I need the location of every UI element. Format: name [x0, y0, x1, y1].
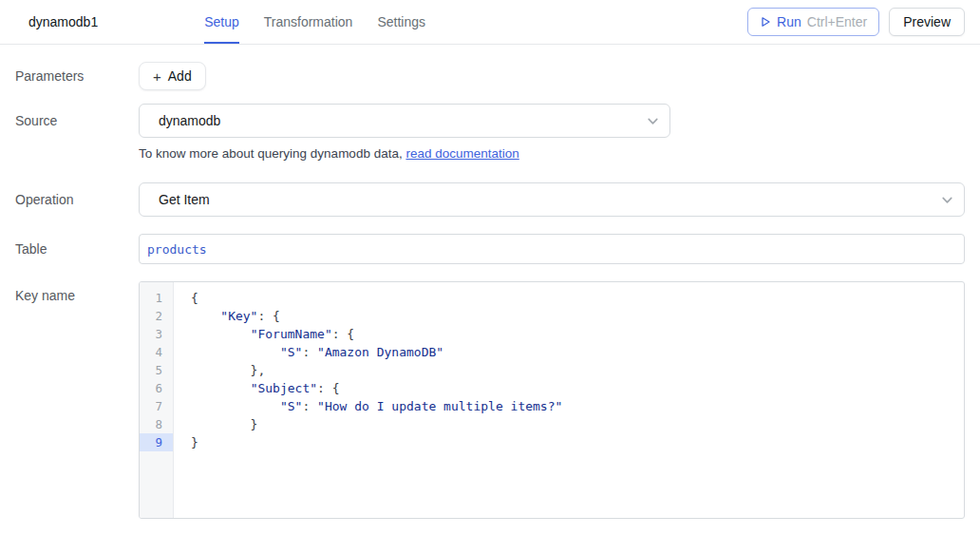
table-input[interactable]: [139, 234, 965, 264]
table-row: Table: [15, 234, 980, 264]
code-line[interactable]: {: [174, 289, 964, 307]
query-setup-form: Parameters + Add Source dynamodb To know…: [0, 62, 980, 519]
add-parameter-label: Add: [168, 68, 192, 84]
code-line[interactable]: "S": "Amazon DynamoDB": [174, 343, 964, 361]
key-name-label: Key name: [15, 281, 139, 519]
code-line[interactable]: }: [174, 415, 964, 433]
source-selected-value: dynamodb: [159, 113, 220, 128]
key-name-row: Key name 1 2 3 4 5 6 7 8 9 { "Key": {: [15, 281, 980, 519]
line-number: 3: [140, 325, 173, 343]
code-line[interactable]: },: [174, 361, 964, 379]
play-icon: [760, 16, 771, 28]
chevron-down-icon: [646, 114, 660, 131]
add-parameter-button[interactable]: + Add: [139, 62, 206, 90]
run-label: Run: [777, 14, 801, 29]
source-select[interactable]: dynamodb: [139, 104, 670, 138]
line-number: 5: [140, 361, 173, 379]
code-line[interactable]: "S": "How do I update multiple items?": [174, 397, 964, 415]
key-name-code-editor[interactable]: 1 2 3 4 5 6 7 8 9 { "Key": { "ForumName"…: [139, 281, 965, 519]
parameters-row: Parameters + Add: [15, 62, 980, 90]
source-label: Source: [15, 104, 139, 161]
preview-button[interactable]: Preview: [889, 8, 965, 36]
table-label: Table: [15, 234, 139, 264]
header-actions: Run Ctrl+Enter Preview: [747, 8, 965, 36]
source-row: Source dynamodb To know more about query…: [15, 104, 980, 161]
line-number: 1: [140, 289, 173, 307]
editor-code-area[interactable]: { "Key": { "ForumName": { "S": "Amazon D…: [174, 282, 964, 518]
operation-select[interactable]: Get Item: [139, 182, 965, 217]
code-line[interactable]: "Subject": {: [174, 379, 964, 397]
operation-label: Operation: [15, 182, 139, 217]
query-title: dynamodb1: [28, 14, 98, 29]
code-line[interactable]: "ForumName": {: [174, 325, 964, 343]
read-documentation-link[interactable]: read documentation: [405, 146, 518, 161]
query-header: dynamodb1 Setup Transformation Settings …: [0, 0, 980, 45]
line-number: 6: [140, 379, 173, 397]
tab-setup[interactable]: Setup: [204, 0, 239, 44]
line-number: 8: [140, 415, 173, 433]
line-number-active: 9: [140, 433, 173, 451]
tab-settings[interactable]: Settings: [377, 0, 425, 44]
tab-bar: Setup Transformation Settings: [204, 0, 425, 44]
line-number: 4: [140, 343, 173, 361]
code-line[interactable]: "Key": {: [174, 307, 964, 325]
line-number: 2: [140, 307, 173, 325]
operation-selected-value: Get Item: [159, 192, 210, 207]
operation-row: Operation Get Item: [15, 182, 980, 217]
line-number: 7: [140, 397, 173, 415]
tab-transformation[interactable]: Transformation: [264, 0, 353, 44]
parameters-label: Parameters: [15, 62, 139, 90]
chevron-down-icon: [940, 193, 954, 210]
run-shortcut: Ctrl+Enter: [807, 14, 867, 29]
editor-gutter: 1 2 3 4 5 6 7 8 9: [140, 282, 174, 518]
source-help-text: To know more about querying dynamodb dat…: [139, 146, 965, 161]
code-line[interactable]: }: [174, 433, 964, 451]
source-help-prefix: To know more about querying dynamodb dat…: [139, 146, 405, 161]
plus-icon: +: [153, 69, 161, 84]
run-button[interactable]: Run Ctrl+Enter: [747, 8, 879, 36]
